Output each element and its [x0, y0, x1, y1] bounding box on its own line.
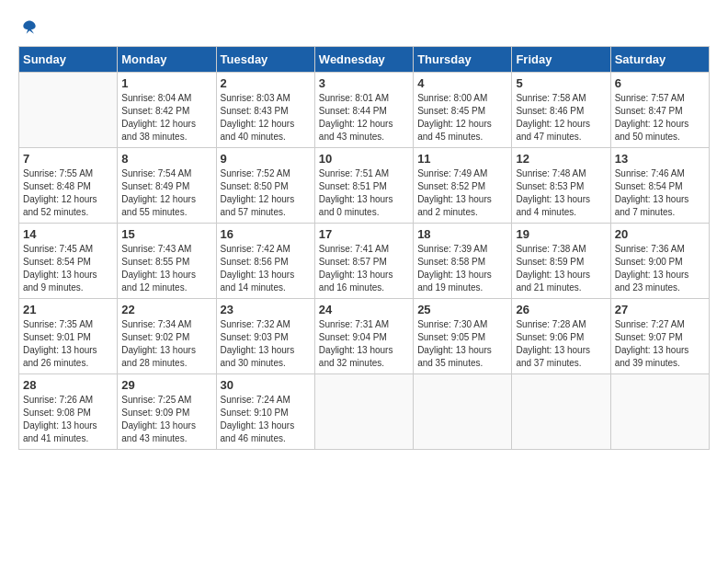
calendar-cell	[414, 374, 512, 450]
day-info: Sunrise: 7:32 AM Sunset: 9:03 PM Dayligh…	[221, 318, 311, 370]
day-number: 1	[121, 76, 211, 90]
day-number: 2	[221, 76, 311, 90]
day-info: Sunrise: 7:41 AM Sunset: 8:57 PM Dayligh…	[319, 243, 409, 294]
day-number: 8	[121, 152, 211, 166]
calendar-cell: 15Sunrise: 7:43 AM Sunset: 8:55 PM Dayli…	[118, 224, 216, 299]
day-number: 15	[121, 227, 211, 241]
calendar-cell: 21Sunrise: 7:35 AM Sunset: 9:01 PM Dayli…	[19, 299, 118, 374]
day-info: Sunrise: 7:45 AM Sunset: 8:54 PM Dayligh…	[23, 243, 113, 294]
calendar-cell: 7Sunrise: 7:55 AM Sunset: 8:48 PM Daylig…	[19, 148, 118, 224]
column-header-sunday: Sunday	[19, 47, 118, 73]
calendar-cell: 29Sunrise: 7:25 AM Sunset: 9:09 PM Dayli…	[118, 374, 216, 450]
day-number: 11	[417, 152, 507, 166]
day-number: 13	[615, 152, 705, 166]
calendar-cell: 20Sunrise: 7:36 AM Sunset: 9:00 PM Dayli…	[610, 224, 709, 299]
calendar-cell: 28Sunrise: 7:26 AM Sunset: 9:08 PM Dayli…	[19, 374, 118, 450]
day-number: 28	[23, 378, 113, 392]
calendar-cell: 5Sunrise: 7:58 AM Sunset: 8:46 PM Daylig…	[512, 73, 610, 148]
day-number: 5	[516, 76, 606, 90]
day-info: Sunrise: 7:26 AM Sunset: 9:08 PM Dayligh…	[23, 394, 113, 445]
calendar-cell: 10Sunrise: 7:51 AM Sunset: 8:51 PM Dayli…	[314, 148, 413, 224]
day-info: Sunrise: 7:55 AM Sunset: 8:48 PM Dayligh…	[23, 167, 113, 219]
day-number: 27	[615, 303, 705, 316]
calendar-cell: 12Sunrise: 7:48 AM Sunset: 8:53 PM Dayli…	[512, 148, 610, 224]
day-number: 14	[23, 227, 113, 241]
day-number: 23	[221, 303, 311, 316]
day-info: Sunrise: 7:58 AM Sunset: 8:46 PM Dayligh…	[516, 92, 606, 144]
day-number: 3	[319, 76, 409, 90]
day-number: 4	[417, 76, 507, 90]
day-number: 29	[121, 378, 211, 392]
calendar-cell: 13Sunrise: 7:46 AM Sunset: 8:54 PM Dayli…	[610, 148, 709, 224]
calendar-week-row: 28Sunrise: 7:26 AM Sunset: 9:08 PM Dayli…	[19, 374, 710, 450]
day-number: 19	[516, 227, 606, 241]
day-info: Sunrise: 8:01 AM Sunset: 8:44 PM Dayligh…	[319, 92, 409, 144]
day-info: Sunrise: 7:39 AM Sunset: 8:58 PM Dayligh…	[417, 243, 507, 294]
calendar-week-row: 1Sunrise: 8:04 AM Sunset: 8:42 PM Daylig…	[19, 73, 710, 148]
day-number: 25	[417, 303, 507, 316]
column-header-monday: Monday	[118, 47, 216, 73]
calendar-week-row: 7Sunrise: 7:55 AM Sunset: 8:48 PM Daylig…	[19, 148, 710, 224]
day-number: 17	[319, 227, 409, 241]
day-info: Sunrise: 7:31 AM Sunset: 9:04 PM Dayligh…	[319, 318, 409, 370]
calendar-week-row: 21Sunrise: 7:35 AM Sunset: 9:01 PM Dayli…	[19, 299, 710, 374]
calendar-cell: 24Sunrise: 7:31 AM Sunset: 9:04 PM Dayli…	[314, 299, 413, 374]
calendar-cell: 26Sunrise: 7:28 AM Sunset: 9:06 PM Dayli…	[512, 299, 610, 374]
calendar-table: SundayMondayTuesdayWednesdayThursdayFrid…	[18, 46, 710, 450]
calendar-cell: 22Sunrise: 7:34 AM Sunset: 9:02 PM Dayli…	[118, 299, 216, 374]
day-info: Sunrise: 7:34 AM Sunset: 9:02 PM Dayligh…	[121, 318, 211, 370]
calendar-cell: 6Sunrise: 7:57 AM Sunset: 8:47 PM Daylig…	[610, 73, 709, 148]
day-number: 9	[221, 152, 311, 166]
calendar-cell: 23Sunrise: 7:32 AM Sunset: 9:03 PM Dayli…	[216, 299, 314, 374]
day-info: Sunrise: 8:03 AM Sunset: 8:43 PM Dayligh…	[221, 92, 311, 144]
calendar-cell	[512, 374, 610, 450]
calendar-cell: 17Sunrise: 7:41 AM Sunset: 8:57 PM Dayli…	[314, 224, 413, 299]
calendar-cell: 3Sunrise: 8:01 AM Sunset: 8:44 PM Daylig…	[314, 73, 413, 148]
day-info: Sunrise: 7:38 AM Sunset: 8:59 PM Dayligh…	[516, 243, 606, 294]
day-info: Sunrise: 7:27 AM Sunset: 9:07 PM Dayligh…	[615, 318, 705, 370]
day-info: Sunrise: 7:57 AM Sunset: 8:47 PM Dayligh…	[615, 92, 705, 144]
day-info: Sunrise: 7:24 AM Sunset: 9:10 PM Dayligh…	[221, 394, 311, 445]
day-info: Sunrise: 7:52 AM Sunset: 8:50 PM Dayligh…	[221, 167, 311, 219]
calendar-cell: 25Sunrise: 7:30 AM Sunset: 9:05 PM Dayli…	[414, 299, 512, 374]
day-number: 6	[615, 76, 705, 90]
day-info: Sunrise: 7:25 AM Sunset: 9:09 PM Dayligh…	[121, 394, 211, 445]
calendar-cell: 11Sunrise: 7:49 AM Sunset: 8:52 PM Dayli…	[414, 148, 512, 224]
column-header-wednesday: Wednesday	[314, 47, 413, 73]
day-info: Sunrise: 7:49 AM Sunset: 8:52 PM Dayligh…	[417, 167, 507, 219]
day-number: 10	[319, 152, 409, 166]
day-number: 24	[319, 303, 409, 316]
page-header	[18, 18, 710, 37]
column-header-friday: Friday	[512, 47, 610, 73]
calendar-cell: 19Sunrise: 7:38 AM Sunset: 8:59 PM Dayli…	[512, 224, 610, 299]
calendar-cell: 14Sunrise: 7:45 AM Sunset: 8:54 PM Dayli…	[19, 224, 118, 299]
calendar-cell	[314, 374, 413, 450]
day-info: Sunrise: 7:43 AM Sunset: 8:55 PM Dayligh…	[121, 243, 211, 294]
day-info: Sunrise: 7:30 AM Sunset: 9:05 PM Dayligh…	[417, 318, 507, 370]
logo-bird-icon	[20, 18, 39, 37]
day-number: 30	[221, 378, 311, 392]
day-number: 26	[516, 303, 606, 316]
day-info: Sunrise: 8:04 AM Sunset: 8:42 PM Dayligh…	[121, 92, 211, 144]
calendar-cell: 27Sunrise: 7:27 AM Sunset: 9:07 PM Dayli…	[610, 299, 709, 374]
calendar-cell	[19, 73, 118, 148]
day-info: Sunrise: 7:35 AM Sunset: 9:01 PM Dayligh…	[23, 318, 113, 370]
calendar-cell	[610, 374, 709, 450]
day-number: 7	[23, 152, 113, 166]
calendar-cell: 4Sunrise: 8:00 AM Sunset: 8:45 PM Daylig…	[414, 73, 512, 148]
day-number: 18	[417, 227, 507, 241]
calendar-cell: 1Sunrise: 8:04 AM Sunset: 8:42 PM Daylig…	[118, 73, 216, 148]
day-info: Sunrise: 7:54 AM Sunset: 8:49 PM Dayligh…	[121, 167, 211, 219]
day-number: 20	[615, 227, 705, 241]
day-info: Sunrise: 7:36 AM Sunset: 9:00 PM Dayligh…	[615, 243, 705, 294]
logo	[18, 18, 39, 37]
calendar-week-row: 14Sunrise: 7:45 AM Sunset: 8:54 PM Dayli…	[19, 224, 710, 299]
day-info: Sunrise: 7:28 AM Sunset: 9:06 PM Dayligh…	[516, 318, 606, 370]
calendar-header-row: SundayMondayTuesdayWednesdayThursdayFrid…	[19, 47, 710, 73]
day-number: 12	[516, 152, 606, 166]
day-info: Sunrise: 7:42 AM Sunset: 8:56 PM Dayligh…	[221, 243, 311, 294]
day-info: Sunrise: 7:46 AM Sunset: 8:54 PM Dayligh…	[615, 167, 705, 219]
day-number: 22	[121, 303, 211, 316]
day-number: 21	[23, 303, 113, 316]
day-info: Sunrise: 7:51 AM Sunset: 8:51 PM Dayligh…	[319, 167, 409, 219]
